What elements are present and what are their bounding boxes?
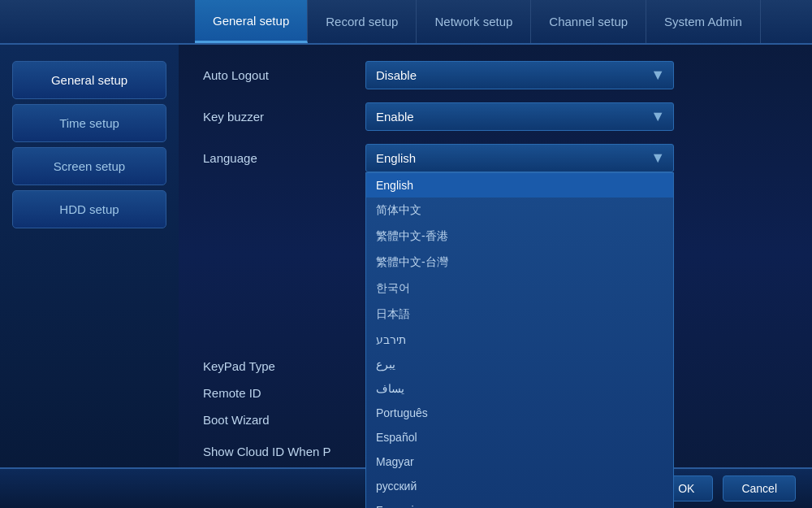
keypad-type-label: KeyPad Type xyxy=(203,359,365,373)
language-label: Language xyxy=(203,151,365,165)
language-option[interactable]: Português xyxy=(366,401,673,425)
sidebar-item-time-setup[interactable]: Time setup xyxy=(12,104,166,142)
show-cloud-id-label: Show Cloud ID When P xyxy=(203,445,365,458)
language-option[interactable]: 繁體中文-香港 xyxy=(366,224,673,250)
language-option[interactable]: русский xyxy=(366,474,673,498)
auto-logout-row: Auto Logout Disable ▼ xyxy=(203,61,788,89)
language-option[interactable]: Español xyxy=(366,425,673,449)
remote-id-label: Remote ID xyxy=(203,386,365,400)
tab-network-setup[interactable]: Network setup xyxy=(417,0,531,43)
auto-logout-label: Auto Logout xyxy=(203,68,365,82)
language-option[interactable]: 日本語 xyxy=(366,302,673,328)
key-buzzer-label: Key buzzer xyxy=(203,110,365,124)
language-select-wrapper: English ▼ English简体中文繁體中文-香港繁體中文-台灣한국어日本… xyxy=(365,144,674,172)
language-option[interactable]: English xyxy=(366,173,673,198)
sidebar-item-hdd-setup[interactable]: HDD setup xyxy=(12,190,166,228)
key-buzzer-row: Key buzzer Enable ▼ xyxy=(203,102,788,131)
key-buzzer-select[interactable]: Enable ▼ xyxy=(365,102,674,131)
sidebar-item-screen-setup[interactable]: Screen setup xyxy=(12,147,166,185)
language-option[interactable]: 繁體中文-台灣 xyxy=(366,250,673,276)
tab-channel-setup[interactable]: Channel setup xyxy=(531,0,646,43)
language-option[interactable]: 简体中文 xyxy=(366,198,673,224)
language-row: Language English ▼ English简体中文繁體中文-香港繁體中… xyxy=(203,144,788,172)
cancel-button[interactable]: Cancel xyxy=(723,475,796,501)
language-option[interactable]: Magyar xyxy=(366,449,673,474)
language-option[interactable]: Français xyxy=(366,498,673,508)
top-tab-bar: General setup Record setup Network setup… xyxy=(0,0,812,45)
sidebar: General setup Time setup Screen setup HD… xyxy=(0,45,179,467)
auto-logout-select-wrapper: Disable ▼ xyxy=(365,61,674,89)
auto-logout-arrow-icon: ▼ xyxy=(650,67,665,84)
sidebar-item-general-setup[interactable]: General setup xyxy=(12,61,166,99)
auto-logout-select[interactable]: Disable ▼ xyxy=(365,61,674,89)
language-select[interactable]: English ▼ xyxy=(365,144,674,172)
language-dropdown: English简体中文繁體中文-香港繁體中文-台灣한국어日本語תירבעيبرع… xyxy=(365,172,674,508)
language-option[interactable]: 한국어 xyxy=(366,276,673,302)
boot-wizard-label: Boot Wizard xyxy=(203,413,365,427)
language-option[interactable]: يساف xyxy=(366,376,673,401)
main-content: Auto Logout Disable ▼ Key buzzer Enable … xyxy=(179,45,812,467)
tab-system-admin[interactable]: System Admin xyxy=(646,0,761,43)
key-buzzer-arrow-icon: ▼ xyxy=(650,108,665,125)
key-buzzer-select-wrapper: Enable ▼ xyxy=(365,102,674,131)
language-option[interactable]: תירבע xyxy=(366,328,673,352)
language-option[interactable]: يبرع xyxy=(366,352,673,376)
language-arrow-icon: ▼ xyxy=(650,150,665,167)
tab-record-setup[interactable]: Record setup xyxy=(308,0,417,43)
tab-general-setup[interactable]: General setup xyxy=(195,0,308,43)
